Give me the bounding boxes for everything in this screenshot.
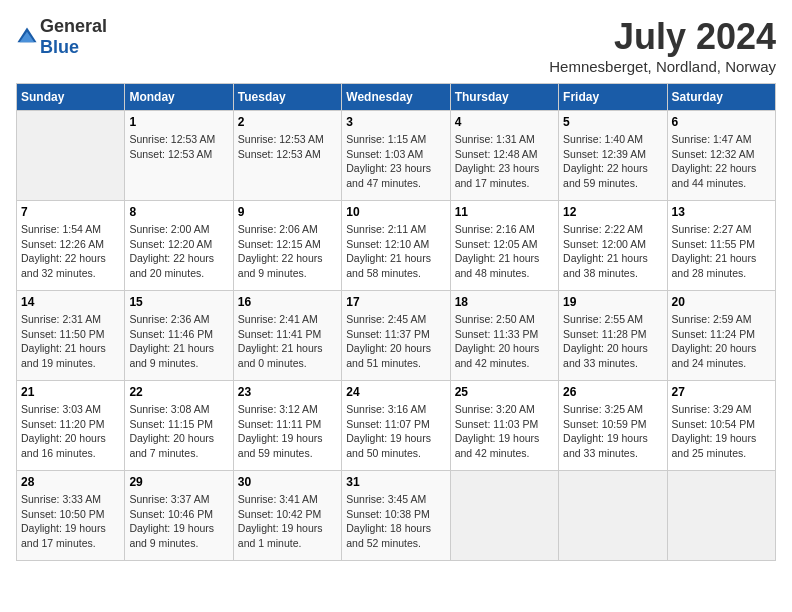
day-info: Sunrise: 3:20 AM Sunset: 11:03 PM Daylig… xyxy=(455,402,554,461)
day-number: 21 xyxy=(21,385,120,399)
calendar-cell: 1Sunrise: 12:53 AM Sunset: 12:53 AM xyxy=(125,111,233,201)
day-number: 11 xyxy=(455,205,554,219)
day-number: 9 xyxy=(238,205,337,219)
day-number: 12 xyxy=(563,205,662,219)
day-info: Sunrise: 2:55 AM Sunset: 11:28 PM Daylig… xyxy=(563,312,662,371)
calendar-cell: 11Sunrise: 2:16 AM Sunset: 12:05 AM Dayl… xyxy=(450,201,558,291)
calendar-cell xyxy=(559,471,667,561)
day-number: 24 xyxy=(346,385,445,399)
calendar-cell: 12Sunrise: 2:22 AM Sunset: 12:00 AM Dayl… xyxy=(559,201,667,291)
calendar-cell: 10Sunrise: 2:11 AM Sunset: 12:10 AM Dayl… xyxy=(342,201,450,291)
calendar-cell: 6Sunrise: 1:47 AM Sunset: 12:32 AM Dayli… xyxy=(667,111,775,201)
weekday-header-wednesday: Wednesday xyxy=(342,84,450,111)
weekday-header-sunday: Sunday xyxy=(17,84,125,111)
day-info: Sunrise: 1:47 AM Sunset: 12:32 AM Daylig… xyxy=(672,132,771,191)
day-info: Sunrise: 3:37 AM Sunset: 10:46 PM Daylig… xyxy=(129,492,228,551)
day-info: Sunrise: 2:22 AM Sunset: 12:00 AM Daylig… xyxy=(563,222,662,281)
calendar-cell: 22Sunrise: 3:08 AM Sunset: 11:15 PM Dayl… xyxy=(125,381,233,471)
day-info: Sunrise: 3:33 AM Sunset: 10:50 PM Daylig… xyxy=(21,492,120,551)
calendar-week-1: 1Sunrise: 12:53 AM Sunset: 12:53 AM2Sunr… xyxy=(17,111,776,201)
day-number: 5 xyxy=(563,115,662,129)
day-info: Sunrise: 3:12 AM Sunset: 11:11 PM Daylig… xyxy=(238,402,337,461)
day-number: 18 xyxy=(455,295,554,309)
day-info: Sunrise: 3:03 AM Sunset: 11:20 PM Daylig… xyxy=(21,402,120,461)
day-info: Sunrise: 2:31 AM Sunset: 11:50 PM Daylig… xyxy=(21,312,120,371)
day-number: 17 xyxy=(346,295,445,309)
weekday-header-tuesday: Tuesday xyxy=(233,84,341,111)
calendar-cell: 4Sunrise: 1:31 AM Sunset: 12:48 AM Dayli… xyxy=(450,111,558,201)
day-info: Sunrise: 12:53 AM Sunset: 12:53 AM xyxy=(129,132,228,161)
day-info: Sunrise: 1:54 AM Sunset: 12:26 AM Daylig… xyxy=(21,222,120,281)
day-number: 30 xyxy=(238,475,337,489)
day-number: 26 xyxy=(563,385,662,399)
calendar-cell: 9Sunrise: 2:06 AM Sunset: 12:15 AM Dayli… xyxy=(233,201,341,291)
day-info: Sunrise: 3:29 AM Sunset: 10:54 PM Daylig… xyxy=(672,402,771,461)
day-info: Sunrise: 1:31 AM Sunset: 12:48 AM Daylig… xyxy=(455,132,554,191)
calendar-cell: 26Sunrise: 3:25 AM Sunset: 10:59 PM Dayl… xyxy=(559,381,667,471)
calendar-week-3: 14Sunrise: 2:31 AM Sunset: 11:50 PM Dayl… xyxy=(17,291,776,381)
calendar-cell: 5Sunrise: 1:40 AM Sunset: 12:39 AM Dayli… xyxy=(559,111,667,201)
logo-general: General xyxy=(40,16,107,36)
day-info: Sunrise: 1:15 AM Sunset: 1:03 AM Dayligh… xyxy=(346,132,445,191)
day-info: Sunrise: 2:11 AM Sunset: 12:10 AM Daylig… xyxy=(346,222,445,281)
day-info: Sunrise: 3:16 AM Sunset: 11:07 PM Daylig… xyxy=(346,402,445,461)
calendar-cell: 2Sunrise: 12:53 AM Sunset: 12:53 AM xyxy=(233,111,341,201)
logo-blue: Blue xyxy=(40,37,79,57)
calendar-cell xyxy=(17,111,125,201)
day-number: 28 xyxy=(21,475,120,489)
day-number: 4 xyxy=(455,115,554,129)
location-title: Hemnesberget, Nordland, Norway xyxy=(549,58,776,75)
calendar-cell: 25Sunrise: 3:20 AM Sunset: 11:03 PM Dayl… xyxy=(450,381,558,471)
day-number: 10 xyxy=(346,205,445,219)
logo-icon xyxy=(16,26,38,48)
day-info: Sunrise: 3:41 AM Sunset: 10:42 PM Daylig… xyxy=(238,492,337,551)
calendar-cell: 20Sunrise: 2:59 AM Sunset: 11:24 PM Dayl… xyxy=(667,291,775,381)
calendar-table: SundayMondayTuesdayWednesdayThursdayFrid… xyxy=(16,83,776,561)
weekday-header-row: SundayMondayTuesdayWednesdayThursdayFrid… xyxy=(17,84,776,111)
day-number: 22 xyxy=(129,385,228,399)
calendar-cell: 13Sunrise: 2:27 AM Sunset: 11:55 PM Dayl… xyxy=(667,201,775,291)
calendar-cell: 17Sunrise: 2:45 AM Sunset: 11:37 PM Dayl… xyxy=(342,291,450,381)
calendar-cell: 21Sunrise: 3:03 AM Sunset: 11:20 PM Dayl… xyxy=(17,381,125,471)
day-info: Sunrise: 12:53 AM Sunset: 12:53 AM xyxy=(238,132,337,161)
day-number: 25 xyxy=(455,385,554,399)
day-number: 29 xyxy=(129,475,228,489)
calendar-cell: 19Sunrise: 2:55 AM Sunset: 11:28 PM Dayl… xyxy=(559,291,667,381)
day-number: 1 xyxy=(129,115,228,129)
month-title: July 2024 xyxy=(549,16,776,58)
calendar-cell xyxy=(667,471,775,561)
day-number: 7 xyxy=(21,205,120,219)
day-info: Sunrise: 2:59 AM Sunset: 11:24 PM Daylig… xyxy=(672,312,771,371)
day-info: Sunrise: 3:45 AM Sunset: 10:38 PM Daylig… xyxy=(346,492,445,551)
day-number: 27 xyxy=(672,385,771,399)
calendar-cell: 28Sunrise: 3:33 AM Sunset: 10:50 PM Dayl… xyxy=(17,471,125,561)
day-info: Sunrise: 2:27 AM Sunset: 11:55 PM Daylig… xyxy=(672,222,771,281)
calendar-cell xyxy=(450,471,558,561)
day-number: 15 xyxy=(129,295,228,309)
calendar-cell: 16Sunrise: 2:41 AM Sunset: 11:41 PM Dayl… xyxy=(233,291,341,381)
day-number: 19 xyxy=(563,295,662,309)
calendar-cell: 3Sunrise: 1:15 AM Sunset: 1:03 AM Daylig… xyxy=(342,111,450,201)
day-number: 20 xyxy=(672,295,771,309)
title-block: July 2024 Hemnesberget, Nordland, Norway xyxy=(549,16,776,75)
day-number: 6 xyxy=(672,115,771,129)
day-info: Sunrise: 1:40 AM Sunset: 12:39 AM Daylig… xyxy=(563,132,662,191)
calendar-week-5: 28Sunrise: 3:33 AM Sunset: 10:50 PM Dayl… xyxy=(17,471,776,561)
day-number: 23 xyxy=(238,385,337,399)
day-number: 31 xyxy=(346,475,445,489)
day-number: 2 xyxy=(238,115,337,129)
calendar-cell: 14Sunrise: 2:31 AM Sunset: 11:50 PM Dayl… xyxy=(17,291,125,381)
day-info: Sunrise: 3:25 AM Sunset: 10:59 PM Daylig… xyxy=(563,402,662,461)
calendar-week-2: 7Sunrise: 1:54 AM Sunset: 12:26 AM Dayli… xyxy=(17,201,776,291)
calendar-cell: 8Sunrise: 2:00 AM Sunset: 12:20 AM Dayli… xyxy=(125,201,233,291)
page-header: General Blue July 2024 Hemnesberget, Nor… xyxy=(16,16,776,75)
calendar-cell: 27Sunrise: 3:29 AM Sunset: 10:54 PM Dayl… xyxy=(667,381,775,471)
weekday-header-thursday: Thursday xyxy=(450,84,558,111)
day-info: Sunrise: 3:08 AM Sunset: 11:15 PM Daylig… xyxy=(129,402,228,461)
day-number: 16 xyxy=(238,295,337,309)
day-info: Sunrise: 2:06 AM Sunset: 12:15 AM Daylig… xyxy=(238,222,337,281)
day-info: Sunrise: 2:16 AM Sunset: 12:05 AM Daylig… xyxy=(455,222,554,281)
day-number: 8 xyxy=(129,205,228,219)
calendar-cell: 30Sunrise: 3:41 AM Sunset: 10:42 PM Dayl… xyxy=(233,471,341,561)
day-number: 13 xyxy=(672,205,771,219)
